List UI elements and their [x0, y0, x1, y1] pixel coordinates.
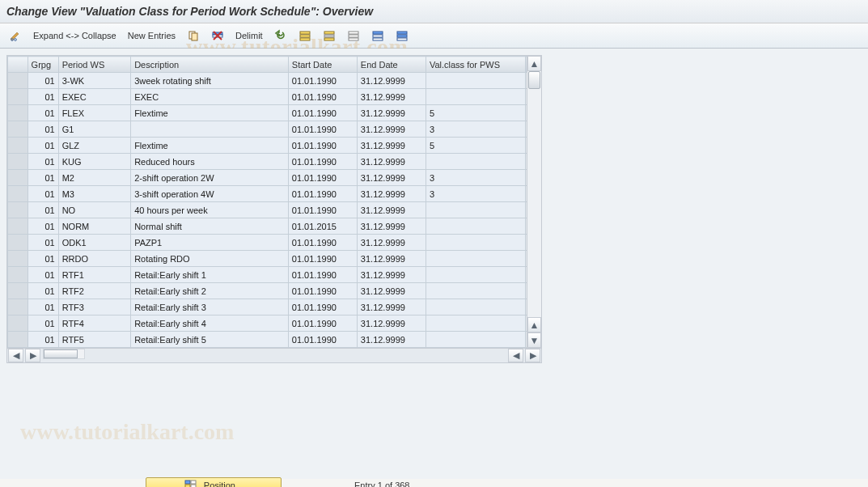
- toggle-button[interactable]: [5, 27, 26, 44]
- row-selector[interactable]: [8, 170, 28, 186]
- h-scroll-track[interactable]: [43, 349, 85, 359]
- cell-enddate[interactable]: 31.12.9999: [357, 283, 426, 299]
- table-row[interactable]: 01GLZFlextime01.01.199031.12.99995: [8, 138, 541, 154]
- cell-description[interactable]: Retail:Early shift 1: [131, 267, 289, 283]
- table-row[interactable]: 01EXECEXEC01.01.199031.12.9999: [8, 89, 541, 105]
- cell-startdate[interactable]: 01.01.1990: [288, 121, 357, 138]
- row-selector[interactable]: [8, 332, 28, 348]
- position-button[interactable]: Position...: [146, 477, 282, 487]
- table-row[interactable]: 01NORMNormal shift01.01.201531.12.9999: [8, 218, 541, 235]
- cell-valclass[interactable]: [426, 154, 525, 170]
- table-row[interactable]: 01RTF4Retail:Early shift 401.01.199031.1…: [8, 315, 541, 332]
- cell-description[interactable]: Flextime: [131, 138, 289, 154]
- cell-grpg[interactable]: 01: [28, 186, 58, 202]
- cell-description[interactable]: 3week rotating shift: [131, 73, 289, 89]
- cell-periodws[interactable]: EXEC: [58, 89, 131, 105]
- table-row[interactable]: 01ODK1PAZP101.01.199031.12.9999: [8, 235, 541, 251]
- cell-periodws[interactable]: GLZ: [58, 138, 131, 154]
- cell-enddate[interactable]: 31.12.9999: [357, 235, 426, 251]
- cell-startdate[interactable]: 01.01.1990: [288, 138, 357, 154]
- delimit-button[interactable]: Delimit: [231, 28, 267, 43]
- cell-valclass[interactable]: [426, 299, 525, 315]
- cell-startdate[interactable]: 01.01.1990: [288, 251, 357, 267]
- cell-enddate[interactable]: 31.12.9999: [357, 154, 426, 170]
- cell-periodws[interactable]: M2: [58, 170, 131, 186]
- scroll-track[interactable]: [527, 71, 541, 317]
- cell-description[interactable]: Normal shift: [131, 218, 289, 235]
- cell-periodws[interactable]: M3: [58, 186, 131, 202]
- cell-valclass[interactable]: [426, 332, 525, 348]
- cell-startdate[interactable]: 01.01.1990: [288, 105, 357, 121]
- cell-description[interactable]: Reduced hours: [131, 154, 289, 170]
- table-row[interactable]: 01RRDORotating RDO01.01.199031.12.9999: [8, 251, 541, 267]
- scroll-thumb[interactable]: [528, 71, 540, 89]
- new-entries-button[interactable]: New Entries: [124, 28, 180, 43]
- scroll-down-button[interactable]: ▼: [527, 332, 541, 348]
- table-row[interactable]: 01NO40 hours per week01.01.199031.12.999…: [8, 202, 541, 218]
- cell-valclass[interactable]: [426, 235, 525, 251]
- cell-startdate[interactable]: 01.01.1990: [288, 332, 357, 348]
- cell-startdate[interactable]: 01.01.1990: [288, 154, 357, 170]
- cell-description[interactable]: 40 hours per week: [131, 202, 289, 218]
- cell-enddate[interactable]: 31.12.9999: [357, 251, 426, 267]
- row-selector[interactable]: [8, 105, 28, 121]
- cell-description[interactable]: 3-shift operation 4W: [131, 186, 289, 202]
- scroll-left-button[interactable]: ◀: [8, 349, 23, 362]
- select-all-header[interactable]: [8, 57, 28, 73]
- row-selector[interactable]: [8, 186, 28, 202]
- row-selector[interactable]: [8, 283, 28, 299]
- cell-grpg[interactable]: 01: [28, 315, 58, 332]
- print-button[interactable]: [392, 27, 413, 44]
- row-selector[interactable]: [8, 138, 28, 154]
- cell-periodws[interactable]: G1: [58, 121, 131, 138]
- cell-description[interactable]: Retail:Early shift 3: [131, 299, 289, 315]
- configuration-button[interactable]: [367, 27, 388, 44]
- cell-valclass[interactable]: 3: [426, 121, 525, 138]
- cell-enddate[interactable]: 31.12.9999: [357, 332, 426, 348]
- cell-description[interactable]: Rotating RDO: [131, 251, 289, 267]
- cell-periodws[interactable]: FLEX: [58, 105, 131, 121]
- cell-grpg[interactable]: 01: [28, 89, 58, 105]
- table-row[interactable]: 01RTF3Retail:Early shift 301.01.199031.1…: [8, 299, 541, 315]
- table-row[interactable]: 01M22-shift operation 2W01.01.199031.12.…: [8, 170, 541, 186]
- row-selector[interactable]: [8, 315, 28, 332]
- table-row[interactable]: 01FLEXFlextime01.01.199031.12.99995: [8, 105, 541, 121]
- cell-grpg[interactable]: 01: [28, 138, 58, 154]
- cell-periodws[interactable]: NO: [58, 202, 131, 218]
- cell-grpg[interactable]: 01: [28, 73, 58, 89]
- cell-grpg[interactable]: 01: [28, 105, 58, 121]
- copy-button[interactable]: [183, 27, 204, 44]
- row-selector[interactable]: [8, 121, 28, 138]
- cell-description[interactable]: Flextime: [131, 105, 289, 121]
- table-row[interactable]: 01M33-shift operation 4W01.01.199031.12.…: [8, 186, 541, 202]
- cell-periodws[interactable]: 3-WK: [58, 73, 131, 89]
- cell-valclass[interactable]: [426, 202, 525, 218]
- cell-valclass[interactable]: [426, 89, 525, 105]
- cell-startdate[interactable]: 01.01.2015: [288, 218, 357, 235]
- cell-startdate[interactable]: 01.01.1990: [288, 315, 357, 332]
- cell-description[interactable]: EXEC: [131, 89, 289, 105]
- cell-enddate[interactable]: 31.12.9999: [357, 202, 426, 218]
- cell-valclass[interactable]: [426, 218, 525, 235]
- row-selector[interactable]: [8, 267, 28, 283]
- cell-grpg[interactable]: 01: [28, 332, 58, 348]
- cell-periodws[interactable]: KUG: [58, 154, 131, 170]
- cell-enddate[interactable]: 31.12.9999: [357, 299, 426, 315]
- cell-startdate[interactable]: 01.01.1990: [288, 73, 357, 89]
- col-valclass[interactable]: Val.class for PWS: [426, 57, 525, 73]
- scroll-left2-button[interactable]: ◀: [508, 349, 523, 362]
- cell-periodws[interactable]: RTF3: [58, 299, 131, 315]
- table-row[interactable]: 01RTF1Retail:Early shift 101.01.199031.1…: [8, 267, 541, 283]
- cell-grpg[interactable]: 01: [28, 121, 58, 138]
- horizontal-scrollbar[interactable]: ◀ ▶ ◀ ▶: [7, 348, 541, 362]
- cell-valclass[interactable]: [426, 315, 525, 332]
- table-row[interactable]: 01RTF5Retail:Early shift 501.01.199031.1…: [8, 332, 541, 348]
- cell-grpg[interactable]: 01: [28, 283, 58, 299]
- cell-enddate[interactable]: 31.12.9999: [357, 105, 426, 121]
- cell-enddate[interactable]: 31.12.9999: [357, 89, 426, 105]
- cell-grpg[interactable]: 01: [28, 170, 58, 186]
- cell-description[interactable]: PAZP1: [131, 235, 289, 251]
- cell-grpg[interactable]: 01: [28, 202, 58, 218]
- cell-startdate[interactable]: 01.01.1990: [288, 186, 357, 202]
- cell-valclass[interactable]: [426, 73, 525, 89]
